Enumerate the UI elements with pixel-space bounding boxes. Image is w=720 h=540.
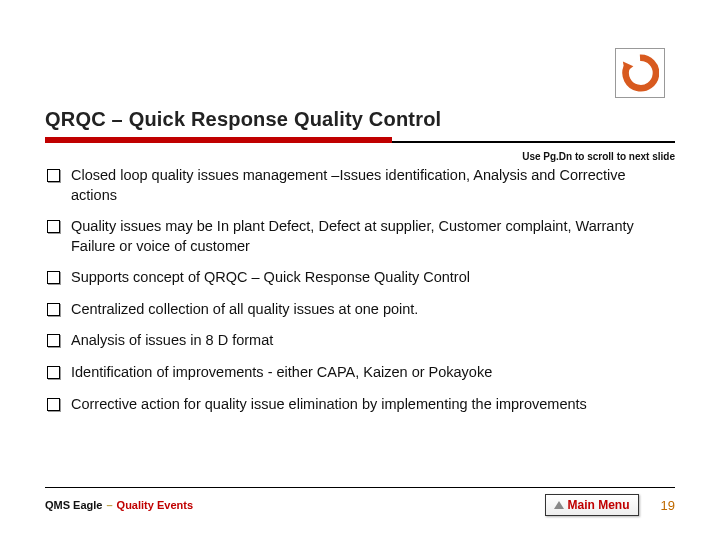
slide-footer: QMS Eagle – Quality Events Main Menu 19 bbox=[45, 487, 675, 516]
curved-arrow-icon bbox=[621, 54, 659, 92]
footer-separator: – bbox=[106, 499, 112, 511]
list-item: Centralized collection of all quality is… bbox=[45, 300, 675, 320]
main-menu-label: Main Menu bbox=[568, 498, 630, 512]
title-rule bbox=[45, 137, 675, 143]
list-item: Supports concept of QRQC – Quick Respons… bbox=[45, 268, 675, 288]
scroll-hint: Use Pg.Dn to scroll to next slide bbox=[45, 151, 675, 162]
list-item: Identification of improvements - either … bbox=[45, 363, 675, 383]
slide: QRQC – Quick Response Quality Control Us… bbox=[0, 0, 720, 540]
footer-brand: QMS Eagle bbox=[45, 499, 102, 511]
list-item: Corrective action for quality issue elim… bbox=[45, 395, 675, 415]
list-item: Closed loop quality issues management –I… bbox=[45, 166, 675, 205]
list-item: Quality issues may be In plant Defect, D… bbox=[45, 217, 675, 256]
slide-title: QRQC – Quick Response Quality Control bbox=[45, 108, 675, 131]
brand-logo bbox=[615, 48, 665, 98]
list-item: Analysis of issues in 8 D format bbox=[45, 331, 675, 351]
up-arrow-icon bbox=[554, 501, 564, 509]
page-number: 19 bbox=[661, 498, 675, 513]
main-menu-button[interactable]: Main Menu bbox=[545, 494, 639, 516]
bullet-list: Closed loop quality issues management –I… bbox=[45, 166, 675, 414]
footer-section: Quality Events bbox=[117, 499, 193, 511]
